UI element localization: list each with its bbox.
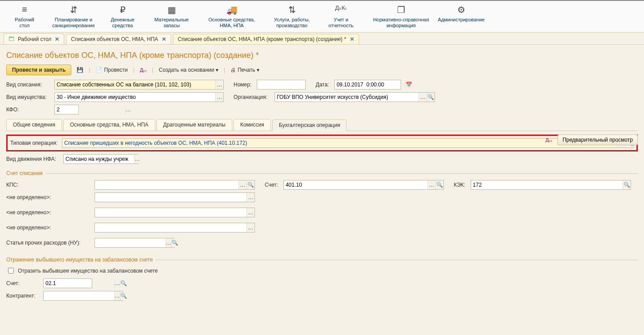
nomer-input[interactable] [257,80,306,90]
tab-desktop[interactable]: 🗔 Рабочий стол ✕ [4,33,64,44]
ellipsis-icon[interactable]: … [246,193,254,202]
data-label: Дата: [316,82,329,88]
ellipsis-icon[interactable]: … [427,180,435,189]
dk-button[interactable]: Дₖₜ [137,66,149,74]
subtab-assets[interactable]: Основные средства, НМА, НПА [63,119,155,131]
search-icon[interactable]: 🔍 [435,180,443,189]
dk-icon: ДₖКₜ [317,4,365,14]
truck-icon: 🚚 [197,4,267,14]
nav-accounting[interactable]: ДₖКₜУчет иотчетность [316,3,365,29]
search-icon[interactable]: 🔍 [246,180,254,189]
printer-icon: 🖨 [230,67,236,73]
ellipsis-icon[interactable]: … [215,80,223,89]
stat-label: Статья прочих расходов (НУ): [6,240,91,246]
ellipsis-icon[interactable]: … [246,208,254,217]
offbalance-check-input[interactable] [8,268,14,274]
schet-label: Счет: [265,182,278,188]
post-icon: 📄 [95,67,102,73]
kontr-label: Контрагент: [6,293,40,299]
docs-icon: ❐ [366,4,436,14]
nd-input-3[interactable]: … [94,223,255,233]
ellipsis-icon[interactable]: … [114,279,120,288]
nav-reference[interactable]: ❐Нормативно-справочнаяинформация [365,3,437,29]
ellipsis-icon[interactable]: … [238,180,246,189]
menu-icon: ≡ [1,4,48,14]
nd-input-1[interactable]: … [94,192,255,202]
nd-label-2: <не определено>: [6,209,91,216]
subtab-commission[interactable]: Комиссия [234,119,271,131]
nd-input-2[interactable]: … [94,208,255,217]
kfo-label: КФО: [6,106,51,113]
slider-icon: ⇅ [268,4,316,14]
close-icon[interactable]: ✕ [162,36,166,42]
vid-im-input[interactable]: … [54,92,224,102]
post-and-close-button[interactable]: Провести и закрыть [6,65,71,75]
content: Списание объектов ОС, НМА, НПА (кроме тр… [0,45,644,308]
grid-icon: ▦ [148,4,195,14]
create-based-button[interactable]: Создать на основании ▾ [156,65,221,74]
nav-admin[interactable]: ⚙Администрирование [437,3,486,29]
kek-input[interactable]: 🔍 [471,180,631,190]
subtab-accounting-op[interactable]: Бухгалтерская операция [272,119,347,131]
data-input[interactable]: 📅 [334,80,401,90]
save-button[interactable]: 💾 [74,65,86,74]
chart-icon: ⇵ [50,4,97,14]
subpanel: Типовая операция: … 🔍 Дₖₜ Предварительны… [6,131,638,301]
ellipsis-icon[interactable]: … [134,155,140,163]
kfo-input[interactable]: … [54,105,79,114]
dk-mini-button[interactable]: Дₖₜ [543,136,555,144]
kek-label: КЭК: [454,182,465,188]
search-icon[interactable]: 🔍 [427,93,435,102]
kps-label: КПС: [6,182,91,188]
close-icon[interactable]: ✕ [350,36,354,42]
typ-op-label: Типовая операция: [10,140,59,146]
stat-input[interactable]: …🔍 [94,238,175,248]
subtabs: Общие сведения Основные средства, НМА, Н… [6,119,638,131]
vid-dvizh-label: Вид движения НФА: [6,156,60,162]
search-icon[interactable]: 🔍 [120,279,127,288]
ellipsis-icon[interactable]: … [165,238,171,247]
ellipsis-icon[interactable]: … [125,105,131,114]
gear-icon: ⚙ [438,4,485,14]
top-nav: ≡Рабочийстол ⇵Планирование исанкциониров… [0,0,644,33]
document-tabs: 🗔 Рабочий стол ✕ Списания объектов ОС, Н… [0,33,644,45]
vid-spisaniya-input[interactable]: … [54,80,224,90]
nav-services[interactable]: ⇅Услуги, работы,производство [267,3,316,29]
subtab-precious[interactable]: Драгоценные материалы [156,119,232,131]
org-input[interactable]: … 🔍 [275,92,435,102]
search-icon[interactable]: 🔍 [120,291,127,300]
search-icon[interactable]: 🔍 [623,180,631,189]
tab-label: Списание объектов ОС, НМА, НПА (кроме тр… [178,36,346,42]
tab-list[interactable]: Списания объектов ОС, НМА, НПА ✕ [66,34,171,44]
kps-input[interactable]: …🔍 [94,180,255,190]
schet-input[interactable]: …🔍 [283,180,444,190]
preview-button[interactable]: Предварительный просмотр [558,135,638,145]
schet2-label: Счет: [6,280,40,286]
vid-dvizh-input[interactable]: … [63,154,139,164]
tab-current[interactable]: Списание объектов ОС, НМА, НПА (кроме тр… [173,34,359,44]
offbalance-checkbox[interactable]: Отразить выбывшее имущество на забалансо… [6,266,638,275]
ellipsis-icon[interactable]: … [418,93,427,102]
close-icon[interactable]: ✕ [55,36,59,42]
nav-money[interactable]: ₽Денежныесредства [98,3,147,29]
nav-planning[interactable]: ⇵Планирование исанкционирование [49,3,98,29]
post-button[interactable]: 📄Провести [93,65,130,74]
subtab-general[interactable]: Общие сведения [6,119,62,131]
schet2-input[interactable]: …🔍 [43,278,92,288]
kontr-input[interactable]: …🔍 [43,291,123,301]
page-title: Списание объектов ОС, НМА, НПА (кроме тр… [6,51,638,60]
ruble-icon: ₽ [99,4,146,14]
nav-stock[interactable]: ▦Материальныезапасы [147,3,196,29]
nav-desktop[interactable]: ≡Рабочийстол [0,3,49,29]
ellipsis-icon[interactable]: … [215,93,223,102]
desktop-icon: 🗔 [8,36,14,42]
org-label: Организация: [234,94,269,100]
ellipsis-icon[interactable]: … [246,223,254,232]
nav-assets[interactable]: 🚚Основные средства,НМА, НПА [196,3,267,29]
calendar-icon[interactable]: 📅 [405,80,412,89]
ellipsis-icon[interactable]: … [114,291,120,300]
nd-label-3: <не определено>: [6,225,91,231]
print-button[interactable]: 🖨Печать ▾ [228,65,262,74]
search-icon[interactable]: 🔍 [171,238,178,247]
nomer-label: Номер: [234,82,251,88]
